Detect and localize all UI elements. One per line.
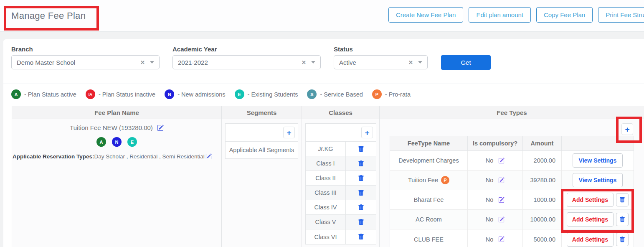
edit-icon[interactable] [498, 158, 505, 164]
active-badge: A [11, 89, 21, 99]
add-settings-button[interactable]: Add Settings [567, 232, 614, 247]
delete-fee-type-button[interactable] [616, 233, 629, 246]
fee-amount: 5000.00 [523, 229, 562, 247]
trash-icon[interactable] [358, 190, 364, 196]
legend: A - Plan Status active IA - Plan Status … [11, 89, 411, 99]
edit-plan-amount-button[interactable]: Edit plan amount [469, 7, 531, 23]
academic-year-select[interactable]: 2021-2022 ✕ [172, 55, 321, 69]
class-row: Jr.KG [306, 142, 376, 156]
delete-fee-type-button[interactable] [616, 193, 629, 206]
fee-type-name: CLUB FEE [414, 236, 444, 243]
print-fee-structure-button[interactable]: Print Fee Structure [598, 7, 644, 23]
new-admissions-badge: N [165, 89, 174, 99]
caret-down-icon[interactable] [311, 61, 315, 64]
branch-label: Branch [11, 46, 33, 53]
class-name: Class II [306, 171, 346, 185]
manage-fee-plan-page: Manage Fee Plan Create New Fee Plan Edit… [0, 0, 644, 247]
column-header-is-compulsory: Is compulsory? [468, 136, 523, 150]
caret-down-icon[interactable] [418, 61, 422, 64]
existing-students-badge: E [235, 89, 244, 99]
add-settings-button[interactable]: Add Settings [567, 193, 614, 207]
status-select-value: Active [339, 59, 408, 66]
academic-year-label: Academic Year [172, 46, 217, 53]
view-settings-button[interactable]: View Settings [573, 153, 623, 168]
legend-item-inactive: IA - Plan Status inactive [86, 89, 155, 99]
fee-type-row: Development Charges No 2000.00 View Sett… [390, 151, 634, 171]
fee-types-table: FeeType Name Is compulsory? Amount Devel… [390, 136, 634, 247]
trash-icon[interactable] [358, 175, 364, 181]
legend-label: - Service Based [320, 91, 363, 98]
class-row: Class II [306, 171, 376, 186]
trash-icon[interactable] [358, 204, 364, 211]
plus-icon: + [625, 125, 629, 133]
add-fee-type-button[interactable]: + [621, 123, 633, 135]
plus-icon: + [287, 129, 291, 137]
edit-icon[interactable] [205, 153, 212, 160]
trash-icon[interactable] [358, 160, 364, 167]
class-row: Class I [306, 156, 376, 171]
edit-icon[interactable] [498, 236, 505, 242]
legend-item-existing-students: E - Existing Students [235, 89, 298, 99]
fee-types-table-header: FeeType Name Is compulsory? Amount [390, 136, 634, 151]
close-icon[interactable]: ✕ [140, 59, 145, 66]
trash-icon[interactable] [358, 146, 364, 152]
classes-box: + Jr.KG Class I Class II Class III [305, 123, 376, 244]
fee-amount: 39280.00 [523, 171, 562, 190]
segments-cell: + Applicable All Segments [222, 119, 302, 247]
get-button[interactable]: Get [441, 55, 491, 70]
compulsory-value: No [486, 216, 494, 223]
plan-badges: A N E [12, 137, 221, 147]
fee-amount: 10000.00 [523, 210, 562, 229]
legend-label: - Pro-rata [385, 91, 411, 98]
legend-label: - Plan Status inactive [99, 91, 155, 98]
plan-row: Tuition Fee NEW (193280.00) A N E Applic… [12, 119, 644, 247]
edit-icon[interactable] [498, 216, 505, 223]
legend-label: - New admissions [177, 91, 225, 98]
segments-box: + Applicable All Segments [225, 123, 298, 159]
view-settings-button[interactable]: View Settings [573, 173, 623, 187]
status-label: Status [334, 46, 353, 53]
plus-icon: + [365, 129, 369, 137]
class-name: Class V [306, 215, 346, 229]
classes-cell: + Jr.KG Class I Class II Class III [302, 119, 380, 247]
add-segment-button[interactable]: + [283, 127, 295, 138]
create-new-fee-plan-button[interactable]: Create New Fee Plan [388, 7, 463, 23]
fee-plan-name-cell: Tuition Fee NEW (193280.00) A N E Applic… [12, 119, 222, 247]
legend-item-service-based: S - Service Based [307, 89, 363, 99]
legend-item-pro-rata: P - Pro-rata [372, 89, 411, 99]
reservation-types-value: Day Scholar , Residential , Semi Residen… [94, 153, 205, 160]
compulsory-value: No [486, 196, 494, 203]
column-header-feetype-name: FeeType Name [390, 136, 468, 150]
edit-icon[interactable] [498, 177, 505, 183]
class-name: Class III [306, 186, 346, 200]
class-row: Class III [306, 186, 376, 200]
header-actions: Create New Fee Plan Edit plan amount Cop… [388, 7, 644, 23]
trash-icon[interactable] [358, 219, 364, 225]
close-icon[interactable]: ✕ [408, 59, 413, 66]
legend-item-new-admissions: N - New admissions [165, 89, 225, 99]
edit-icon[interactable] [498, 197, 505, 203]
caret-down-icon[interactable] [150, 61, 154, 64]
fee-amount: 2000.00 [523, 151, 562, 170]
trash-icon[interactable] [358, 234, 364, 240]
status-select[interactable]: Active ✕ [334, 55, 428, 69]
branch-select[interactable]: Demo Master School ✕ [11, 55, 160, 69]
add-settings-button[interactable]: Add Settings [567, 212, 614, 227]
page-title: Manage Fee Plan [11, 10, 86, 21]
plans-table-header: Fee Plan Name Segments Classes Fee Types [12, 106, 644, 119]
delete-fee-type-button[interactable] [616, 213, 629, 226]
add-class-button[interactable]: + [361, 127, 373, 138]
fee-type-name: AC Room [416, 216, 442, 223]
academic-year-select-value: 2021-2022 [178, 59, 302, 66]
column-header-segments: Segments [222, 106, 302, 119]
legend-item-active: A - Plan Status active [11, 89, 76, 99]
copy-fee-plan-button[interactable]: Copy Fee Plan [536, 7, 593, 23]
close-icon[interactable]: ✕ [302, 59, 306, 66]
class-name: Class IV [306, 200, 346, 214]
existing-students-badge: E [127, 137, 137, 147]
legend-label: - Existing Students [248, 91, 298, 98]
edit-icon[interactable] [157, 125, 164, 131]
column-header-amount: Amount [523, 136, 562, 150]
new-admissions-badge: N [112, 137, 122, 147]
pro-rata-badge: P [372, 89, 382, 99]
